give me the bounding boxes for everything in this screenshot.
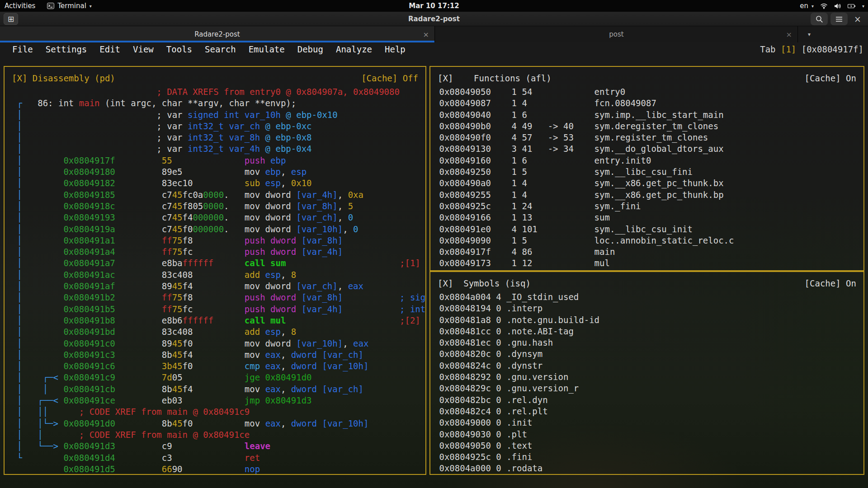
disasm-line[interactable]: │ │ ; CODE XREF from main @ 0x80491ce — [12, 429, 425, 441]
window-title-label: Radare2-post — [408, 15, 460, 23]
menu-item-file[interactable]: File — [12, 44, 33, 54]
disasm-line[interactable]: │ 0x080491a1 ff75f8 push dword [var_8h] — [12, 235, 425, 246]
tab-list-dropdown-button[interactable]: ▾ — [798, 26, 868, 42]
keyboard-layout-label: en — [800, 2, 808, 10]
menu-item-search[interactable]: Search — [205, 44, 236, 54]
symbol-row[interactable]: 0x080482c4 0 .rel.plt — [434, 406, 863, 417]
function-row[interactable]: 0x08049255 1 4 sym.__x86.get_pc_thunk.bp — [434, 189, 863, 201]
cache-indicator: [Cache] On — [805, 73, 856, 86]
disasm-line[interactable]: │ 0x08049180 89e5 mov ebp, esp — [12, 166, 425, 178]
disasm-line[interactable]: │ 0x080491b8 e8b6ffffff call mul ;[2] — [12, 315, 425, 326]
disasm-line[interactable]: │ └──> 0x080491d3 c9 leave — [12, 441, 425, 452]
disasm-line[interactable]: ; DATA XREFS from entry0 @ 0x804907a, 0x… — [12, 86, 425, 98]
symbol-row[interactable]: 0x0804a000 0 .rodata — [434, 463, 863, 474]
disasm-line[interactable]: │ ; var int32_t var_ch @ ebp-0xc — [12, 121, 425, 132]
symbol-row[interactable]: 0x0804925c 0 .fini — [434, 451, 863, 463]
close-icon: × — [854, 14, 861, 24]
menu-item-edit[interactable]: Edit — [99, 44, 120, 54]
menu-item-settings[interactable]: Settings — [46, 44, 87, 54]
new-tab-button[interactable]: ⊞ — [4, 13, 18, 25]
window-titlebar: ⊞ Radare2-post × — [0, 12, 868, 26]
menu-item-emulate[interactable]: Emulate — [249, 44, 285, 54]
symbol-row[interactable]: 0x08049050 0 .text — [434, 440, 863, 451]
symbol-row[interactable]: 0x080481cc 0 .note.ABI-tag — [434, 326, 863, 337]
disasm-line[interactable]: │ 0x08049193 c745f4000000. mov dword [va… — [12, 212, 425, 223]
symbol-row[interactable]: 0x080481ec 0 .gnu.hash — [434, 337, 863, 348]
symbol-row[interactable]: 0x0804824c 0 .dynstr — [434, 360, 863, 371]
panel-symbols: [X] Symbols (isq) [Cache] On 0x0804a004 … — [429, 271, 864, 475]
menu-item-analyze[interactable]: Analyze — [336, 44, 372, 54]
menu-item-help[interactable]: Help — [385, 44, 406, 54]
activities-button[interactable]: Activities — [5, 0, 35, 12]
symbol-row[interactable]: 0x08048194 0 .interp — [434, 303, 863, 314]
disasm-line[interactable]: │ 0x080491a7 e8baffffff call sum ;[1] — [12, 258, 425, 269]
disasm-line[interactable]: │ ; var int32_t var_8h @ ebp-0x8 — [12, 132, 425, 143]
function-row[interactable]: 0x08049166 1 13 sum — [434, 212, 863, 223]
disasm-line[interactable]: │ 0x080491c0 8945f0 mov dword [var_10h],… — [12, 338, 425, 349]
tab-radare2-post[interactable]: Radare2-post × — [0, 26, 435, 42]
disasm-line[interactable]: │ 0x080491ac 83c408 add esp, 8 — [12, 269, 425, 281]
function-row[interactable]: 0x0804917f 4 86 main — [434, 246, 863, 258]
symbol-row[interactable]: 0x0804820c 0 .dynsym — [434, 348, 863, 360]
tab-post[interactable]: post × — [435, 26, 798, 42]
function-row[interactable]: 0x080490f0 4 57 -> 53 sym.register_tm_cl… — [434, 132, 863, 143]
disasm-line[interactable]: │ 0x080491c6 3b45f0 cmp eax, dword [var_… — [12, 361, 425, 372]
disasm-line[interactable]: └ 0x080491d4 c3 ret — [12, 452, 425, 464]
disasm-line[interactable]: ┌ 86: int main (int argc, char **argv, c… — [12, 98, 425, 109]
disasm-line[interactable]: │ ││ ; CODE XREF from main @ 0x80491c9 — [12, 406, 425, 418]
disasm-line[interactable]: │ 0x0804919a c745f0000000. mov dword [va… — [12, 224, 425, 235]
symbol-row[interactable]: 0x0804829c 0 .gnu.version_r — [434, 383, 863, 394]
symbol-row[interactable]: 0x08049000 0 .init — [434, 417, 863, 428]
function-row[interactable]: 0x08049250 1 5 sym.__libc_csu_fini — [434, 166, 863, 178]
window-close-button[interactable]: × — [851, 13, 864, 25]
function-row[interactable]: 0x08049050 1 54 entry0 — [434, 86, 863, 98]
disasm-line[interactable]: │ 0x0804918c c745f8050000. mov dword [va… — [12, 201, 425, 212]
system-status-area[interactable]: en ▾ ▾ — [800, 0, 864, 12]
disasm-line[interactable]: │ ┌─< 0x080491c9 7d05 jge 0x80491d0 — [12, 372, 425, 383]
disasm-line[interactable]: │ ; var signed int var_10h @ ebp-0x10 — [12, 109, 425, 121]
function-row[interactable]: 0x080490a0 1 4 sym.__x86.get_pc_thunk.bx — [434, 178, 863, 189]
disasm-line[interactable]: │ ; var int32_t var_4h @ ebp-0x4 — [12, 143, 425, 155]
wifi-icon — [820, 3, 828, 9]
keyboard-layout-indicator[interactable]: en ▾ — [800, 0, 814, 12]
disasm-line[interactable]: │ 0x080491a4 ff75fc push dword [var_4h] — [12, 246, 425, 258]
function-row[interactable]: 0x08049130 3 41 -> 34 sym.__do_global_dt… — [434, 143, 863, 155]
menu-item-view[interactable]: View — [133, 44, 154, 54]
function-row[interactable]: 0x0804925c 1 24 sym._fini — [434, 201, 863, 212]
disasm-line[interactable]: │ 0x0804917f 55 push ebp — [12, 155, 425, 166]
disasm-line[interactable]: │ 0x08049182 83ec10 sub esp, 0x10 — [12, 178, 425, 189]
function-row[interactable]: 0x08049160 1 6 entry.init0 — [434, 155, 863, 166]
search-button[interactable] — [811, 13, 828, 25]
app-menu-terminal[interactable]: Terminal ▾ — [47, 0, 91, 12]
function-row[interactable]: 0x08049087 1 4 fcn.08049087 — [434, 98, 863, 109]
disasm-line[interactable]: │ │└─> 0x080491d0 8b45f0 mov eax, dword … — [12, 418, 425, 429]
disasm-line[interactable]: │ │ 0x080491cb 8b45f4 mov eax, dword [va… — [12, 384, 425, 395]
symbol-row[interactable]: 0x0804a004 4 _IO_stdin_used — [434, 291, 863, 303]
menu-item-debug[interactable]: Debug — [297, 44, 323, 54]
cache-indicator: [Cache] On — [805, 278, 856, 291]
tab-indicator-prefix: Tab — [760, 44, 781, 54]
clock[interactable]: Mar 10 17:12 — [409, 0, 459, 12]
function-row[interactable]: 0x080491e0 4 101 sym.__libc_csu_init — [434, 224, 863, 235]
function-row[interactable]: 0x08049090 1 5 loc..annobin_static_reloc… — [434, 235, 863, 246]
tab-close-icon[interactable]: × — [786, 26, 792, 42]
function-row[interactable]: 0x080490b0 4 49 -> 40 sym.deregister_tm_… — [434, 121, 863, 132]
disasm-line[interactable]: 0x080491d5 6690 nop — [12, 464, 425, 475]
menu-item-tools[interactable]: Tools — [166, 44, 192, 54]
function-row[interactable]: 0x08049173 1 12 mul — [434, 258, 863, 269]
disasm-line[interactable]: │ 0x080491c3 8b45f4 mov eax, dword [var_… — [12, 349, 425, 361]
symbol-row[interactable]: 0x080482bc 0 .rel.dyn — [434, 394, 863, 406]
disasm-line[interactable]: │ 0x080491bd 83c408 add esp, 8 — [12, 326, 425, 338]
hamburger-menu-button[interactable] — [830, 13, 848, 25]
tab-close-icon[interactable]: × — [423, 26, 429, 42]
disasm-line[interactable]: │ 0x080491b2 ff75f8 push dword [var_8h] … — [12, 292, 425, 303]
disasm-line[interactable]: │ 0x080491b5 ff75fc push dword [var_4h] … — [12, 304, 425, 315]
function-row[interactable]: 0x08049040 1 6 sym.imp.__libc_start_main — [434, 109, 863, 121]
symbol-row[interactable]: 0x080481a8 0 .note.gnu.build-id — [434, 314, 863, 326]
symbol-row[interactable]: 0x08049030 0 .plt — [434, 429, 863, 440]
tab-label: post — [609, 30, 623, 38]
disasm-line[interactable]: │ 0x08049185 c745fc0a0000. mov dword [va… — [12, 189, 425, 201]
disasm-line[interactable]: │ ┌──< 0x080491ce eb03 jmp 0x80491d3 — [12, 395, 425, 406]
symbol-row[interactable]: 0x08048292 0 .gnu.version — [434, 371, 863, 383]
disasm-line[interactable]: │ 0x080491af 8945f4 mov dword [var_ch], … — [12, 281, 425, 292]
